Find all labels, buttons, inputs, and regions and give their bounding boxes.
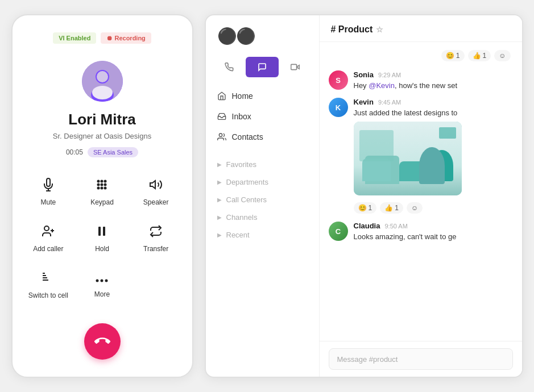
more-button[interactable]: More bbox=[77, 266, 127, 304]
svg-point-15 bbox=[105, 187, 106, 189]
end-call-button[interactable] bbox=[84, 323, 121, 360]
kevin-image bbox=[354, 122, 462, 195]
claudia-text: Looks amazing, can't wait to ge bbox=[354, 232, 513, 242]
office-scene bbox=[354, 122, 462, 195]
svg-point-9 bbox=[105, 181, 106, 182]
channels-label: Channels bbox=[226, 213, 258, 222]
kevin-content: Kevin 9:45 AM Just added the latest desi… bbox=[354, 98, 513, 195]
reaction-thumbs-img[interactable]: 👍 1 bbox=[380, 202, 403, 214]
svg-point-10 bbox=[98, 184, 100, 186]
call-centers-label: Call Centers bbox=[226, 195, 267, 204]
svg-rect-23 bbox=[43, 275, 46, 276]
claudia-header: Claudia 9:50 AM bbox=[354, 222, 513, 230]
departments-item[interactable]: ▶ Departments bbox=[210, 173, 314, 191]
app-panel: ⚫⚫ bbox=[205, 14, 523, 378]
switch-cell-icon bbox=[42, 271, 55, 288]
logo-text: ⚫⚫ bbox=[217, 27, 255, 45]
add-caller-button[interactable]: Add caller bbox=[24, 220, 73, 257]
sonia-time: 9:29 AM bbox=[378, 72, 401, 78]
svg-point-17 bbox=[44, 226, 49, 231]
switch-cell-button[interactable]: Switch to cell bbox=[24, 266, 73, 304]
sonia-sender: Sonia bbox=[354, 70, 374, 79]
call-timer: 00:05 bbox=[66, 148, 83, 156]
svg-rect-30 bbox=[291, 64, 297, 69]
add-caller-label: Add caller bbox=[33, 245, 63, 253]
claudia-avatar: C bbox=[329, 222, 348, 241]
sonia-header: Sonia 9:29 AM bbox=[354, 70, 513, 79]
chat-input-area: Message #product bbox=[320, 341, 522, 377]
transfer-button[interactable]: Transfer bbox=[131, 220, 181, 257]
call-centers-chevron: ▶ bbox=[217, 197, 222, 203]
mute-icon bbox=[42, 178, 55, 195]
mute-button[interactable]: Mute bbox=[24, 173, 73, 211]
favorites-chevron: ▶ bbox=[217, 161, 222, 168]
channels-item[interactable]: ▶ Channels bbox=[210, 208, 314, 226]
sidebar-nav-home[interactable]: Home bbox=[210, 86, 314, 106]
keypad-button[interactable]: Keypad bbox=[77, 173, 127, 211]
channels-chevron: ▶ bbox=[217, 214, 222, 220]
kevin-avatar: K bbox=[329, 98, 348, 117]
more-label: More bbox=[94, 290, 110, 298]
svg-point-11 bbox=[101, 184, 103, 186]
caller-avatar bbox=[82, 61, 123, 102]
svg-point-12 bbox=[105, 184, 106, 186]
svg-point-4 bbox=[92, 86, 113, 99]
sidebar-nav-inbox[interactable]: Inbox bbox=[210, 107, 314, 126]
svg-rect-25 bbox=[43, 280, 48, 281]
message-sonia: S Sonia 9:29 AM Hey @Kevin, how's the ne… bbox=[320, 67, 522, 94]
channel-title-text: # Product bbox=[331, 24, 373, 35]
reactions-image: 😊 1 👍 1 ☺️ bbox=[320, 199, 522, 218]
call-info: 00:05 SE Asia Sales bbox=[66, 147, 138, 157]
svg-marker-16 bbox=[150, 181, 155, 189]
departments-label: Departments bbox=[226, 178, 268, 186]
star-icon[interactable]: ☆ bbox=[376, 25, 383, 34]
svg-rect-21 bbox=[103, 227, 105, 236]
svg-point-8 bbox=[101, 181, 103, 182]
transfer-label: Transfer bbox=[143, 245, 168, 253]
reactions-top: 😊 1 👍 1 ☺️ bbox=[320, 48, 522, 67]
chat-input-box[interactable]: Message #product bbox=[329, 348, 513, 370]
kevin-text: Just added the latest designs to bbox=[354, 108, 513, 118]
reaction-smile-top[interactable]: 😊 1 bbox=[441, 50, 465, 61]
inbox-label: Inbox bbox=[232, 112, 251, 121]
more-icon bbox=[95, 271, 109, 287]
speaker-button[interactable]: Speaker bbox=[131, 173, 181, 211]
sidebar-nav: Home Inbox Contacts bbox=[206, 86, 319, 147]
hold-button[interactable]: Hold bbox=[77, 220, 127, 257]
sonia-text: Hey @Kevin, how's the new set bbox=[354, 81, 513, 91]
svg-point-27 bbox=[101, 280, 104, 282]
call-centers-item[interactable]: ▶ Call Centers bbox=[210, 191, 314, 208]
svg-point-13 bbox=[98, 187, 100, 189]
caller-name: Lori Mitra bbox=[68, 111, 135, 128]
recording-badge: ⏺ Recording bbox=[101, 32, 151, 44]
reaction-add-top[interactable]: ☺️ bbox=[494, 50, 510, 61]
claudia-sender: Claudia bbox=[354, 222, 380, 230]
reaction-add-img[interactable]: ☺️ bbox=[407, 202, 423, 214]
reaction-thumbs-top[interactable]: 👍 1 bbox=[468, 50, 491, 61]
svg-rect-20 bbox=[98, 227, 101, 236]
phone-panel: VI Enabled ⏺ Recording Lori Mitra Sr. De… bbox=[11, 14, 193, 378]
claudia-content: Claudia 9:50 AM Looks amazing, can't wai… bbox=[354, 222, 513, 242]
chat-header: # Product ☆ bbox=[320, 15, 522, 42]
tab-video[interactable] bbox=[279, 57, 312, 77]
sidebar-nav-contacts[interactable]: Contacts bbox=[210, 127, 314, 147]
add-caller-icon bbox=[42, 224, 55, 241]
hold-label: Hold bbox=[95, 245, 109, 253]
kevin-mention: @Kevin bbox=[369, 81, 395, 90]
favorites-item[interactable]: ▶ Favorites bbox=[210, 156, 314, 173]
tab-chat[interactable] bbox=[246, 57, 279, 77]
svg-point-28 bbox=[105, 280, 108, 282]
sidebar-section: ▶ Favorites ▶ Departments ▶ Call Centers… bbox=[206, 156, 319, 244]
sidebar: ⚫⚫ bbox=[206, 15, 320, 377]
reaction-smile-img[interactable]: 😊 1 bbox=[354, 202, 377, 214]
transfer-icon bbox=[149, 224, 163, 241]
recent-item[interactable]: ▶ Recent bbox=[210, 226, 314, 244]
tab-phone[interactable] bbox=[213, 57, 246, 77]
call-tag: SE Asia Sales bbox=[88, 147, 138, 157]
caller-title: Sr. Designer at Oasis Designs bbox=[53, 132, 151, 140]
svg-rect-24 bbox=[43, 277, 47, 278]
chat-area: # Product ☆ 😊 1 👍 1 ☺️ S Sonia bbox=[320, 15, 522, 377]
message-kevin: K Kevin 9:45 AM Just added the latest de… bbox=[320, 94, 522, 199]
contacts-label: Contacts bbox=[232, 132, 263, 141]
chat-input-placeholder: Message #product bbox=[337, 355, 398, 364]
